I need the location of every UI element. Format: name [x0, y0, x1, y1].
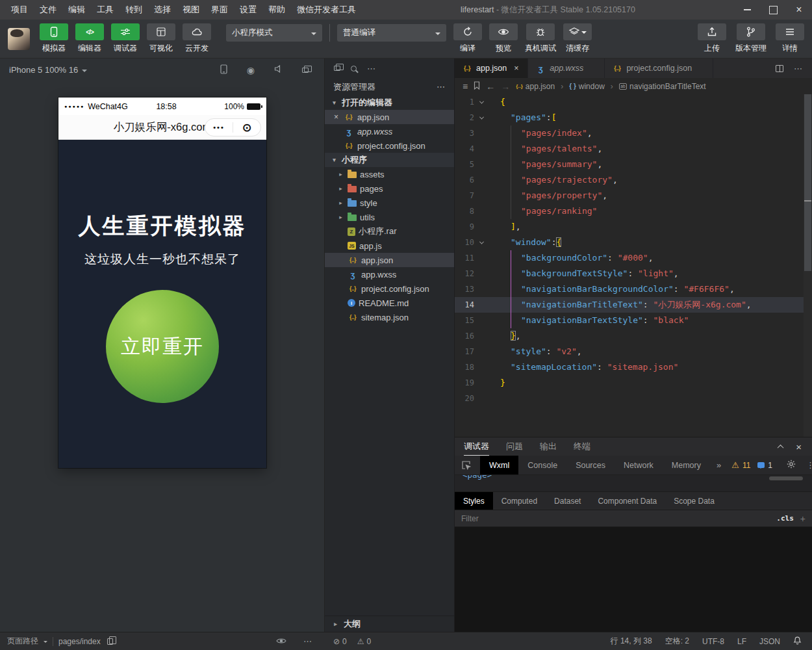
- explorer-item[interactable]: ʒapp.wxss: [325, 124, 454, 138]
- upload-button[interactable]: 上传: [698, 23, 726, 54]
- statusbar-problems-zone[interactable]: ⊘ 0 ⚠ 0: [325, 637, 455, 646]
- code-line[interactable]: 15"navigationBarTextStyle": "black": [455, 313, 812, 328]
- maximize-button[interactable]: [760, 0, 786, 20]
- version-control-button[interactable]: 版本管理: [735, 23, 767, 54]
- styles-tab[interactable]: Computed: [493, 492, 546, 510]
- devtools-tab[interactable]: Wxml: [480, 456, 518, 474]
- code-line[interactable]: 13"navigationBarBackgroundColor": "#F6F6…: [455, 281, 812, 297]
- back-icon[interactable]: ←: [486, 81, 495, 92]
- scrollbar-thumb[interactable]: [804, 94, 811, 271]
- visualizer-toggle-button[interactable]: 可视化: [147, 23, 175, 54]
- explorer-item[interactable]: ▸utils: [325, 210, 454, 224]
- explorer-item[interactable]: ▸assets: [325, 167, 454, 181]
- record-icon[interactable]: ◉: [247, 65, 255, 75]
- folder-chevron-icon[interactable]: ▸: [337, 200, 344, 206]
- menubar-item[interactable]: 转到: [120, 4, 148, 16]
- breadcrumb-file[interactable]: {..}app.json: [516, 82, 555, 91]
- more-menu-icon[interactable]: •••: [205, 124, 233, 131]
- eol-setting[interactable]: LF: [737, 637, 746, 646]
- mode-select[interactable]: 小程序模式: [226, 24, 322, 42]
- clear-cache-button[interactable]: 清缓存: [563, 23, 592, 54]
- breadcrumb-object[interactable]: { }window: [569, 82, 605, 91]
- styles-tab[interactable]: Scope Data: [665, 492, 723, 510]
- restart-button[interactable]: 立即重开: [106, 290, 219, 403]
- devtools-tab[interactable]: Memory: [663, 456, 710, 474]
- remote-debug-button[interactable]: 真机调试: [525, 23, 556, 54]
- project-section[interactable]: ▾ 小程序: [325, 153, 454, 167]
- code-line[interactable]: 6"pages/trajectory",: [455, 172, 812, 188]
- code-line[interactable]: 17"style": "v2",: [455, 344, 812, 359]
- editor-tab[interactable]: ʒapp.wxss: [528, 58, 605, 78]
- folder-chevron-icon[interactable]: ▸: [337, 214, 344, 220]
- explorer-item[interactable]: {..}app.json: [325, 253, 454, 267]
- preview-button[interactable]: 预览: [489, 23, 518, 54]
- styles-tab[interactable]: Component Data: [589, 492, 665, 510]
- code-line[interactable]: 10"window":{: [455, 235, 812, 250]
- cloud-dev-button[interactable]: 云开发: [183, 23, 211, 54]
- copy-icon[interactable]: [107, 638, 113, 645]
- simulator-toggle-button[interactable]: 模拟器: [40, 23, 68, 54]
- explorer-item[interactable]: Z小程序.rar: [325, 224, 454, 239]
- cls-toggle-button[interactable]: .cls: [776, 514, 794, 523]
- close-icon[interactable]: ×: [796, 441, 802, 452]
- debugger-tab[interactable]: 输出: [540, 437, 557, 456]
- device-label[interactable]: iPhone 5 100% 16: [9, 65, 78, 75]
- split-editor-icon[interactable]: [776, 65, 783, 72]
- editor-tab[interactable]: {..}app.json×: [455, 58, 528, 78]
- fold-icon[interactable]: [474, 241, 488, 244]
- pages-icon[interactable]: [334, 66, 340, 71]
- more-icon[interactable]: ⋯: [794, 64, 803, 73]
- breadcrumb-property[interactable]: abnavigationBarTitleText: [619, 82, 706, 91]
- explorer-item[interactable]: ▸style: [325, 196, 454, 210]
- multi-window-icon[interactable]: [302, 68, 309, 73]
- close-button[interactable]: ×: [786, 0, 812, 20]
- more-icon[interactable]: ⋯: [367, 64, 376, 73]
- search-icon[interactable]: [351, 66, 357, 72]
- explorer-item[interactable]: JSapp.js: [325, 239, 454, 253]
- code-line[interactable]: 16},: [455, 328, 812, 344]
- debugger-tab[interactable]: 调试器: [464, 437, 489, 456]
- code-line[interactable]: 11"backgroundColor": "#000",: [455, 250, 812, 266]
- user-avatar[interactable]: [8, 28, 30, 50]
- menubar-item[interactable]: 选择: [148, 4, 177, 16]
- page-path-label[interactable]: 页面路径: [7, 636, 38, 647]
- outline-section[interactable]: ▸ 大纲: [325, 616, 454, 632]
- menubar-item[interactable]: 工具: [91, 4, 120, 16]
- debugger-tab[interactable]: 终端: [574, 437, 590, 456]
- menubar-item[interactable]: 界面: [205, 4, 234, 16]
- devtools-tab[interactable]: Sources: [566, 456, 615, 474]
- mute-icon[interactable]: [274, 65, 283, 75]
- debugger-toggle-button[interactable]: 调试器: [111, 23, 140, 54]
- filter-input[interactable]: [461, 514, 771, 523]
- code-editor[interactable]: 1{2"pages":[3"pages/index",4"pages/talen…: [455, 94, 812, 437]
- compile-mode-select[interactable]: 普通编译: [337, 24, 446, 42]
- explorer-item[interactable]: {..}project.config.json: [325, 281, 454, 296]
- code-line[interactable]: 12"backgroundTextStyle": "light",: [455, 266, 812, 281]
- bell-icon[interactable]: [793, 636, 802, 647]
- more-icon[interactable]: ⋯: [437, 82, 446, 92]
- code-line[interactable]: 20: [455, 391, 812, 406]
- devtools-tab[interactable]: Console: [518, 456, 566, 474]
- menubar-item[interactable]: 微信开发者工具: [291, 4, 362, 16]
- tab-close-icon[interactable]: ×: [514, 64, 520, 73]
- fold-icon[interactable]: [474, 116, 488, 120]
- horizontal-scrollbar-thumb[interactable]: [769, 476, 803, 480]
- encoding[interactable]: UTF-8: [702, 637, 724, 646]
- wxml-node[interactable]: <page>: [463, 475, 492, 480]
- menubar-item[interactable]: 视图: [177, 4, 205, 16]
- code-line[interactable]: 4"pages/talents",: [455, 141, 812, 157]
- code-line[interactable]: 7"pages/property",: [455, 188, 812, 203]
- menubar-item[interactable]: 文件: [34, 4, 62, 16]
- code-line[interactable]: 1{: [455, 94, 812, 110]
- menubar-item[interactable]: 设置: [234, 4, 262, 16]
- explorer-item[interactable]: ʒapp.wxss: [325, 267, 454, 281]
- wxml-tree[interactable]: <page>: [455, 475, 812, 492]
- menubar-item[interactable]: 帮助: [262, 4, 291, 16]
- code-line[interactable]: 2"pages":[: [455, 110, 812, 125]
- code-line[interactable]: 9],: [455, 219, 812, 235]
- explorer-item[interactable]: ▸pages: [325, 181, 454, 196]
- fold-icon[interactable]: [474, 101, 488, 104]
- bookmark-icon[interactable]: [474, 81, 480, 92]
- folder-chevron-icon[interactable]: ▸: [337, 171, 344, 177]
- code-line[interactable]: 19}: [455, 375, 812, 391]
